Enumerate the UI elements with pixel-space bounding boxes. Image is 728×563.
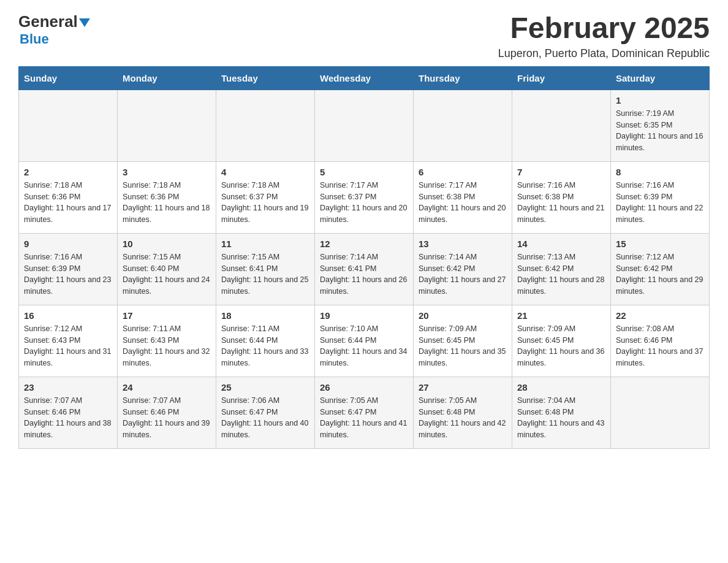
calendar-cell: 19Sunrise: 7:10 AMSunset: 6:44 PMDayligh… bbox=[315, 305, 414, 377]
calendar-cell: 23Sunrise: 7:07 AMSunset: 6:46 PMDayligh… bbox=[19, 377, 118, 448]
col-sunday: Sunday bbox=[19, 66, 118, 90]
month-title: February 2025 bbox=[498, 12, 710, 45]
day-number: 12 bbox=[320, 239, 408, 249]
day-info: Sunrise: 7:15 AMSunset: 6:41 PMDaylight:… bbox=[221, 251, 309, 297]
day-info: Sunrise: 7:15 AMSunset: 6:40 PMDaylight:… bbox=[123, 251, 211, 297]
day-number: 6 bbox=[419, 167, 507, 177]
day-number: 20 bbox=[419, 310, 507, 321]
day-number: 11 bbox=[221, 239, 309, 249]
day-info: Sunrise: 7:12 AMSunset: 6:42 PMDaylight:… bbox=[616, 251, 704, 297]
calendar-cell: 25Sunrise: 7:06 AMSunset: 6:47 PMDayligh… bbox=[216, 377, 315, 448]
col-friday: Friday bbox=[512, 66, 611, 90]
day-info: Sunrise: 7:08 AMSunset: 6:46 PMDaylight:… bbox=[616, 323, 704, 369]
calendar-cell: 9Sunrise: 7:16 AMSunset: 6:39 PMDaylight… bbox=[19, 233, 118, 305]
location-text: Luperon, Puerto Plata, Dominican Republi… bbox=[498, 47, 710, 60]
day-number: 27 bbox=[419, 382, 507, 393]
day-number: 5 bbox=[320, 167, 408, 177]
calendar-cell: 3Sunrise: 7:18 AMSunset: 6:36 PMDaylight… bbox=[118, 161, 216, 233]
day-number: 26 bbox=[320, 382, 408, 393]
calendar-cell: 4Sunrise: 7:18 AMSunset: 6:37 PMDaylight… bbox=[216, 161, 315, 233]
col-saturday: Saturday bbox=[611, 66, 710, 90]
calendar-cell: 24Sunrise: 7:07 AMSunset: 6:46 PMDayligh… bbox=[118, 377, 216, 448]
calendar-cell: 7Sunrise: 7:16 AMSunset: 6:38 PMDaylight… bbox=[512, 161, 611, 233]
day-number: 21 bbox=[517, 310, 605, 321]
calendar-week-row: 23Sunrise: 7:07 AMSunset: 6:46 PMDayligh… bbox=[19, 377, 710, 448]
calendar-cell: 1Sunrise: 7:19 AMSunset: 6:35 PMDaylight… bbox=[611, 90, 710, 161]
calendar-cell: 28Sunrise: 7:04 AMSunset: 6:48 PMDayligh… bbox=[512, 377, 611, 448]
page-header: General Blue February 2025 Luperon, Puer… bbox=[18, 12, 710, 60]
logo: General Blue bbox=[18, 12, 90, 48]
calendar-cell bbox=[315, 90, 414, 161]
col-monday: Monday bbox=[118, 66, 216, 90]
day-info: Sunrise: 7:16 AMSunset: 6:39 PMDaylight:… bbox=[24, 251, 112, 297]
calendar-cell: 18Sunrise: 7:11 AMSunset: 6:44 PMDayligh… bbox=[216, 305, 315, 377]
day-number: 17 bbox=[123, 310, 211, 321]
calendar-cell: 2Sunrise: 7:18 AMSunset: 6:36 PMDaylight… bbox=[19, 161, 118, 233]
day-number: 14 bbox=[517, 239, 605, 249]
day-info: Sunrise: 7:13 AMSunset: 6:42 PMDaylight:… bbox=[517, 251, 605, 297]
day-info: Sunrise: 7:18 AMSunset: 6:37 PMDaylight:… bbox=[221, 180, 309, 226]
logo-general-text: General bbox=[18, 12, 78, 31]
title-block: February 2025 Luperon, Puerto Plata, Dom… bbox=[498, 12, 710, 60]
svg-marker-0 bbox=[79, 18, 90, 27]
day-number: 7 bbox=[517, 167, 605, 177]
calendar-cell bbox=[216, 90, 315, 161]
calendar-cell: 11Sunrise: 7:15 AMSunset: 6:41 PMDayligh… bbox=[216, 233, 315, 305]
calendar-week-row: 9Sunrise: 7:16 AMSunset: 6:39 PMDaylight… bbox=[19, 233, 710, 305]
day-number: 28 bbox=[517, 382, 605, 393]
logo-blue-text: Blue bbox=[20, 31, 49, 47]
day-info: Sunrise: 7:12 AMSunset: 6:43 PMDaylight:… bbox=[24, 323, 112, 369]
day-info: Sunrise: 7:10 AMSunset: 6:44 PMDaylight:… bbox=[320, 323, 408, 369]
logo-arrow-icon bbox=[79, 18, 90, 27]
day-info: Sunrise: 7:07 AMSunset: 6:46 PMDaylight:… bbox=[24, 395, 112, 441]
day-number: 1 bbox=[616, 95, 704, 105]
calendar-cell: 17Sunrise: 7:11 AMSunset: 6:43 PMDayligh… bbox=[118, 305, 216, 377]
day-info: Sunrise: 7:16 AMSunset: 6:38 PMDaylight:… bbox=[517, 180, 605, 226]
calendar-cell: 27Sunrise: 7:05 AMSunset: 6:48 PMDayligh… bbox=[414, 377, 512, 448]
day-number: 25 bbox=[221, 382, 309, 393]
calendar-table: Sunday Monday Tuesday Wednesday Thursday… bbox=[18, 66, 710, 449]
calendar-week-row: 16Sunrise: 7:12 AMSunset: 6:43 PMDayligh… bbox=[19, 305, 710, 377]
day-info: Sunrise: 7:14 AMSunset: 6:41 PMDaylight:… bbox=[320, 251, 408, 297]
calendar-cell bbox=[611, 377, 710, 448]
day-info: Sunrise: 7:04 AMSunset: 6:48 PMDaylight:… bbox=[517, 395, 605, 441]
calendar-cell bbox=[19, 90, 118, 161]
calendar-cell: 14Sunrise: 7:13 AMSunset: 6:42 PMDayligh… bbox=[512, 233, 611, 305]
day-info: Sunrise: 7:09 AMSunset: 6:45 PMDaylight:… bbox=[517, 323, 605, 369]
calendar-cell: 15Sunrise: 7:12 AMSunset: 6:42 PMDayligh… bbox=[611, 233, 710, 305]
day-number: 15 bbox=[616, 239, 704, 249]
day-number: 18 bbox=[221, 310, 309, 321]
day-number: 9 bbox=[24, 239, 112, 249]
day-number: 19 bbox=[320, 310, 408, 321]
calendar-cell bbox=[118, 90, 216, 161]
col-wednesday: Wednesday bbox=[315, 66, 414, 90]
calendar-cell: 10Sunrise: 7:15 AMSunset: 6:40 PMDayligh… bbox=[118, 233, 216, 305]
calendar-cell: 16Sunrise: 7:12 AMSunset: 6:43 PMDayligh… bbox=[19, 305, 118, 377]
day-info: Sunrise: 7:17 AMSunset: 6:38 PMDaylight:… bbox=[419, 180, 507, 226]
day-number: 8 bbox=[616, 167, 704, 177]
calendar-cell bbox=[414, 90, 512, 161]
calendar-cell: 26Sunrise: 7:05 AMSunset: 6:47 PMDayligh… bbox=[315, 377, 414, 448]
day-info: Sunrise: 7:07 AMSunset: 6:46 PMDaylight:… bbox=[123, 395, 211, 441]
day-info: Sunrise: 7:18 AMSunset: 6:36 PMDaylight:… bbox=[123, 180, 211, 226]
day-number: 13 bbox=[419, 239, 507, 249]
calendar-cell: 12Sunrise: 7:14 AMSunset: 6:41 PMDayligh… bbox=[315, 233, 414, 305]
day-number: 24 bbox=[123, 382, 211, 393]
day-number: 10 bbox=[123, 239, 211, 249]
day-number: 4 bbox=[221, 167, 309, 177]
calendar-cell: 8Sunrise: 7:16 AMSunset: 6:39 PMDaylight… bbox=[611, 161, 710, 233]
calendar-header-row: Sunday Monday Tuesday Wednesday Thursday… bbox=[19, 66, 710, 90]
calendar-cell: 20Sunrise: 7:09 AMSunset: 6:45 PMDayligh… bbox=[414, 305, 512, 377]
day-info: Sunrise: 7:16 AMSunset: 6:39 PMDaylight:… bbox=[616, 180, 704, 226]
day-info: Sunrise: 7:19 AMSunset: 6:35 PMDaylight:… bbox=[616, 108, 704, 154]
day-info: Sunrise: 7:11 AMSunset: 6:43 PMDaylight:… bbox=[123, 323, 211, 369]
day-info: Sunrise: 7:05 AMSunset: 6:48 PMDaylight:… bbox=[419, 395, 507, 441]
day-info: Sunrise: 7:09 AMSunset: 6:45 PMDaylight:… bbox=[419, 323, 507, 369]
day-number: 23 bbox=[24, 382, 112, 393]
col-tuesday: Tuesday bbox=[216, 66, 315, 90]
day-info: Sunrise: 7:18 AMSunset: 6:36 PMDaylight:… bbox=[24, 180, 112, 226]
day-info: Sunrise: 7:06 AMSunset: 6:47 PMDaylight:… bbox=[221, 395, 309, 441]
day-info: Sunrise: 7:11 AMSunset: 6:44 PMDaylight:… bbox=[221, 323, 309, 369]
col-thursday: Thursday bbox=[414, 66, 512, 90]
calendar-cell: 6Sunrise: 7:17 AMSunset: 6:38 PMDaylight… bbox=[414, 161, 512, 233]
